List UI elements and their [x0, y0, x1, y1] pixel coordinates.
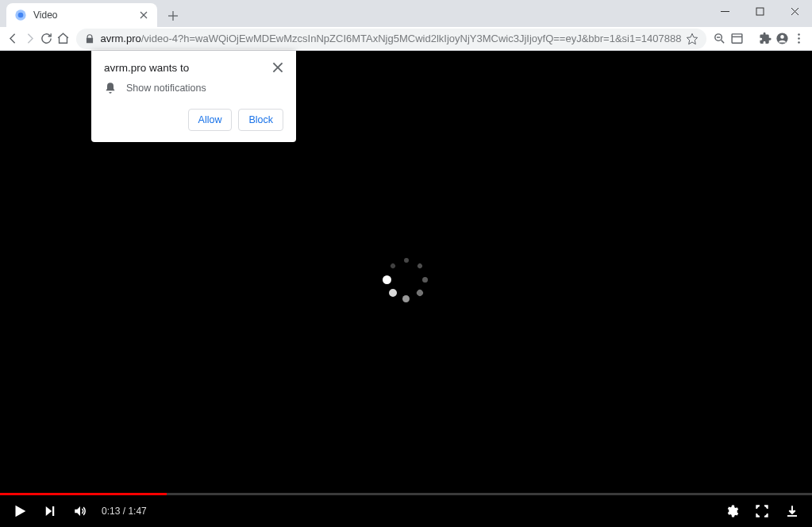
permission-request-text: Show notifications [126, 83, 206, 94]
home-button[interactable] [55, 28, 71, 50]
svg-rect-25 [52, 506, 54, 516]
reader-icon[interactable] [729, 28, 745, 50]
lock-icon [84, 33, 95, 44]
svg-rect-7 [756, 8, 764, 15]
volume-button[interactable] [71, 502, 89, 520]
svg-line-12 [722, 40, 725, 44]
window-controls [707, 0, 812, 22]
next-button[interactable] [41, 502, 59, 520]
svg-point-17 [780, 35, 784, 39]
menu-button[interactable] [791, 28, 807, 50]
video-time: 0:13 / 1:47 [102, 506, 147, 517]
svg-point-19 [798, 37, 800, 40]
svg-point-20 [798, 41, 800, 44]
window-minimize-button[interactable] [707, 0, 742, 22]
tab-favicon [14, 9, 27, 21]
page-content: avrm.pro wants to Show notifications All… [0, 51, 812, 527]
svg-marker-24 [46, 506, 52, 516]
tab-close-button[interactable] [138, 10, 149, 21]
bookmark-star-icon[interactable] [686, 33, 698, 45]
extensions-icon[interactable] [757, 28, 774, 50]
permission-close-button[interactable] [272, 62, 283, 73]
profile-icon[interactable] [774, 28, 791, 50]
permission-title: avrm.pro wants to [104, 62, 189, 74]
fullscreen-button[interactable] [753, 502, 771, 520]
url-text: avrm.pro/video-4?h=waWQiOjEwMDEwMzcsInNp… [100, 33, 681, 44]
svg-marker-10 [687, 33, 698, 44]
video-controls: 0:13 / 1:47 [0, 495, 812, 527]
permission-prompt: avrm.pro wants to Show notifications All… [91, 51, 296, 142]
svg-marker-26 [75, 506, 80, 516]
allow-button[interactable]: Allow [188, 109, 233, 131]
window-maximize-button[interactable] [742, 0, 777, 22]
tab-title: Video [33, 10, 138, 21]
bell-icon [104, 82, 117, 94]
window-titlebar: Video [0, 0, 812, 27]
address-bar[interactable]: avrm.pro/video-4?h=waWQiOjEwMDEwMzcsInNp… [76, 29, 706, 49]
settings-button[interactable] [723, 502, 741, 520]
block-button[interactable]: Block [238, 109, 283, 131]
window-close-button[interactable] [777, 0, 812, 22]
browser-tab[interactable]: Video [6, 3, 157, 27]
svg-point-18 [798, 33, 800, 36]
svg-point-1 [18, 13, 24, 18]
reload-button[interactable] [38, 28, 55, 50]
back-button[interactable] [5, 28, 21, 50]
new-tab-button[interactable] [162, 5, 184, 27]
loading-spinner [383, 256, 430, 303]
zoom-icon[interactable] [711, 28, 728, 50]
download-button[interactable] [783, 502, 801, 520]
play-button[interactable] [11, 502, 29, 520]
svg-marker-23 [16, 506, 26, 517]
browser-toolbar: avrm.pro/video-4?h=waWQiOjEwMDEwMzcsInNp… [0, 27, 812, 51]
forward-button[interactable] [21, 28, 38, 50]
svg-rect-14 [732, 34, 742, 43]
